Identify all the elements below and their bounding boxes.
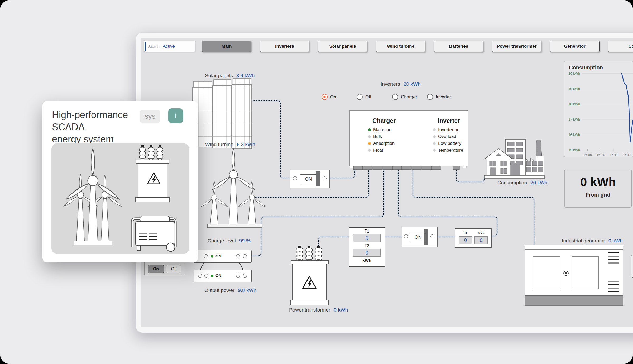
battery-unit-row: ON [194,250,252,263]
out-value-field[interactable]: 0 [474,236,488,244]
y-tick-label: 18 kWh [568,102,580,106]
led-bulk: Bulk [368,134,410,139]
led-column-inverter: InverterInverter onOverloadLow batteryTe… [433,117,475,155]
tab-main[interactable]: Main [202,41,251,52]
switch-lever [424,229,428,245]
status-label: Status: [148,44,161,49]
battery-state: ON [215,273,222,278]
from-grid-value: 0 kWh [565,175,631,189]
led-dot [368,128,371,131]
tab-power-transformer[interactable]: Power transformer [492,41,541,52]
led-column-title: Inverter [433,117,465,124]
output-power-label: Output power9.8 kWh [204,288,256,293]
y-tick-label: 15 kWh [568,148,580,152]
x-tick-label: 16:09 [583,153,592,157]
switch-state: ON [300,174,317,184]
chart-line [622,74,633,142]
radio-charger[interactable]: Charger [392,94,417,100]
led-float: Float [368,148,410,153]
battery-terminal [236,274,240,278]
led-dot [433,128,436,131]
battery-terminal [198,274,202,278]
battery-terminal [204,274,208,278]
card-illustration [51,143,189,254]
screen: Status: Active MainInvertersSolar panels… [0,0,633,364]
t2-value-field[interactable]: 0 [353,249,381,257]
solar-panels-label: Solar panels3.9 kWh [205,73,255,79]
switch-terminal [430,234,434,238]
led-dot [368,142,371,145]
batteries-on-button[interactable]: On [148,265,164,273]
led-dot [433,135,436,138]
battery-state: ON [215,254,222,258]
wind-turbine-label: Wind turbine6.3 kWh [205,142,255,147]
led-inverter-on: Inverter on [433,127,475,132]
status-accent-bar [145,42,146,51]
in-out-box: in out 0 0 [455,228,492,248]
industrial-generator-label: Industrial generator0 kWh [562,238,623,244]
charge-level-label: Charge level99 % [208,238,251,244]
led-dot [368,149,371,152]
radio-circle [427,94,433,100]
radio-off[interactable]: Off [357,94,371,100]
tab-con[interactable]: Con [608,41,633,52]
switch-terminal [323,176,327,180]
led-dot [368,135,371,138]
radio-circle [357,94,363,100]
inverters-label: Inverters20 kWh [381,81,420,87]
battery-terminal [236,254,240,258]
batteries-off-button[interactable]: Off [166,265,181,273]
consumption-chart: 20 kWh19 kWh18 kWh17 kWh16 kWh15 kWh16:0… [564,61,633,157]
consumption-label: Consumption20 kWh [497,180,547,186]
led-dot [433,142,436,145]
info-card: High-performance SCADA energy system sys… [42,101,198,262]
switch-state: ON [411,232,425,242]
x-tick-label: 16:10 [596,153,605,157]
led-overload: Overload [433,134,475,139]
switch-terminal [293,176,297,180]
tab-batteries[interactable]: Batteries [434,41,483,52]
led-absorption: Absorption [368,141,410,146]
x-tick-label: 16:11 [610,153,618,157]
from-grid-label: From grid [565,192,631,198]
in-label: in [459,230,471,234]
card-title: High-performance SCADA energy system [52,109,142,145]
tab-wind-turbine[interactable]: Wind turbine [376,41,425,52]
y-tick-label: 16 kWh [568,133,580,137]
card-illustration-svg [51,143,189,253]
radio-inverter[interactable]: Inverter [427,94,451,100]
charger-inverter-panel: ChargerMains onBulkAbsorptionFloatInvert… [349,110,468,166]
status-field[interactable]: Status: Active [144,41,195,52]
tab-bar: MainInvertersSolar panelsWind turbineBat… [202,41,633,52]
wind-breaker-switch[interactable]: ON [290,170,330,188]
info-button[interactable]: i [168,108,183,123]
led-low-battery: Low battery [433,141,475,146]
energy-meter-box: T1 0 T2 0 kWh [349,227,385,267]
out-label: out [474,230,487,234]
t1-value-field[interactable]: 0 [353,234,381,242]
sys-badge: sys [140,110,160,123]
battery-terminal [243,254,247,258]
meter-breaker-switch[interactable]: ON [402,227,438,247]
battery-terminal [243,274,247,278]
led-column-title: Charger [368,117,400,124]
x-tick-label: 16:12 [623,153,631,157]
t1-label: T1 [349,229,385,234]
tab-solar-panels[interactable]: Solar panels [318,41,367,52]
in-value-field[interactable]: 0 [459,236,472,244]
card-generator-icon [132,216,175,251]
radio-circle [322,94,328,100]
card-transformer-icon [135,145,170,202]
status-value: Active [163,44,175,49]
card-wind-turbines-icon [63,149,122,245]
switch-lever [316,171,320,186]
battery-on-led [211,255,213,258]
tab-generator[interactable]: Generator [550,41,600,52]
meter-unit-label: kWh [349,258,385,263]
y-tick-label: 19 kWh [568,87,580,91]
battery-terminal [204,254,208,258]
led-column-charger: ChargerMains onBulkAbsorptionFloat [368,117,410,155]
battery-on-led [211,275,213,277]
tab-inverters[interactable]: Inverters [260,41,309,52]
radio-on[interactable]: On [322,94,336,100]
